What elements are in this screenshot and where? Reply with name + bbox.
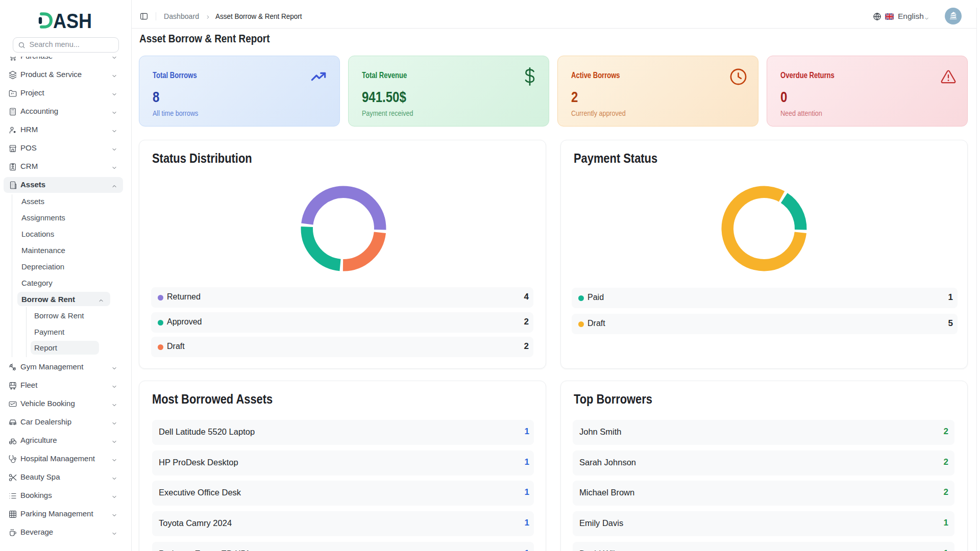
svg-text:ASH: ASH <box>53 12 92 29</box>
